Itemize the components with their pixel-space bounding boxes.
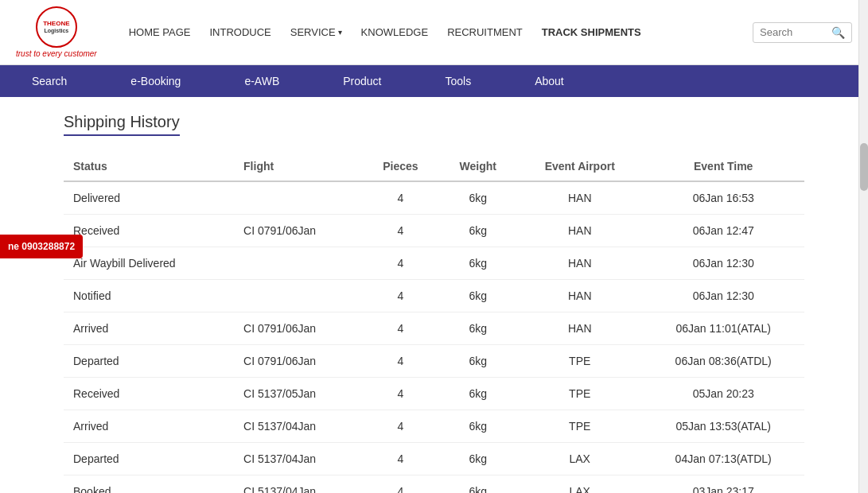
nav-recruitment[interactable]: RECRUITMENT: [447, 26, 523, 38]
sub-navigation: Search e-Booking e-AWB Product Tools Abo…: [0, 65, 868, 97]
cell-pieces: 4: [362, 476, 438, 494]
search-icon: 🔍: [831, 26, 845, 39]
col-pieces: Pieces: [362, 152, 438, 181]
sub-nav-search[interactable]: Search: [0, 65, 99, 97]
cell-weight: 6kg: [438, 280, 517, 312]
nav-knowledge[interactable]: KNOWLEDGE: [361, 26, 429, 38]
cell-airport: HAN: [517, 215, 642, 247]
cell-time: 06Jan 12:30: [642, 247, 804, 280]
cell-flight: CI 0791/06Jan: [234, 345, 362, 378]
shipping-table: Status Flight Pieces Weight Event Airpor…: [64, 152, 804, 493]
cell-status: Air Waybill Delivered: [64, 247, 234, 280]
cell-pieces: 4: [362, 280, 438, 312]
top-navigation: THEONE Logistics trust to every customer…: [0, 0, 868, 65]
sub-nav-tools[interactable]: Tools: [413, 65, 503, 97]
cell-airport: HAN: [517, 280, 642, 312]
cell-flight: CI 5137/05Jan: [234, 378, 362, 410]
cell-status: Departed: [64, 443, 234, 476]
nav-introduce[interactable]: INTRODUCE: [209, 26, 271, 38]
scrollbar[interactable]: [858, 0, 868, 493]
sub-nav-eawb[interactable]: e-AWB: [212, 65, 311, 97]
cell-flight: [234, 181, 362, 215]
col-time: Event Time: [642, 152, 804, 181]
cell-flight: CI 0791/06Jan: [234, 312, 362, 345]
col-flight: Flight: [234, 152, 362, 181]
sub-nav-product[interactable]: Product: [311, 65, 413, 97]
logo-text: THEONE Logistics: [43, 20, 69, 34]
logo-name-line2: Logistics: [43, 28, 69, 34]
cell-time: 06Jan 16:53: [642, 181, 804, 215]
cell-weight: 6kg: [438, 247, 517, 280]
cell-weight: 6kg: [438, 345, 517, 378]
logo-name-line1: THEONE: [43, 20, 69, 28]
table-row: Received CI 0791/06Jan 4 6kg HAN 06Jan 1…: [64, 215, 804, 247]
cell-time: 05Jan 20:23: [642, 378, 804, 410]
cell-airport: HAN: [517, 312, 642, 345]
cell-pieces: 4: [362, 443, 438, 476]
page-title: Shipping History: [64, 113, 180, 136]
nav-track-shipments[interactable]: TRACK SHIPMENTS: [542, 26, 641, 38]
cell-pieces: 4: [362, 345, 438, 378]
cell-airport: HAN: [517, 247, 642, 280]
cell-airport: LAX: [517, 443, 642, 476]
cell-time: 05Jan 13:53(ATAL): [642, 410, 804, 443]
cell-status: Delivered: [64, 181, 234, 215]
cell-time: 06Jan 08:36(ATDL): [642, 345, 804, 378]
cell-time: 06Jan 12:30: [642, 280, 804, 312]
cell-airport: TPE: [517, 410, 642, 443]
cell-weight: 6kg: [438, 181, 517, 215]
cell-weight: 6kg: [438, 410, 517, 443]
logo-circle: THEONE Logistics: [36, 6, 77, 48]
table-row: Notified 4 6kg HAN 06Jan 12:30: [64, 280, 804, 312]
cell-airport: LAX: [517, 476, 642, 494]
logo-tagline: trust to every customer: [16, 49, 97, 58]
cell-weight: 6kg: [438, 443, 517, 476]
table-row: Arrived CI 0791/06Jan 4 6kg HAN 06Jan 11…: [64, 312, 804, 345]
cell-pieces: 4: [362, 312, 438, 345]
service-chevron-icon: ▾: [338, 28, 342, 37]
cell-time: 03Jan 23:17: [642, 476, 804, 494]
table-row: Departed CI 5137/04Jan 4 6kg LAX 04Jan 0…: [64, 443, 804, 476]
logo-area[interactable]: THEONE Logistics trust to every customer: [16, 6, 97, 58]
cell-pieces: 4: [362, 181, 438, 215]
top-nav-links: HOME PAGE INTRODUCE SERVICE ▾ KNOWLEDGE …: [129, 26, 740, 38]
table-row: Arrived CI 5137/04Jan 4 6kg TPE 05Jan 13…: [64, 410, 804, 443]
scroll-thumb[interactable]: [860, 143, 868, 191]
cell-flight: [234, 247, 362, 280]
main-content: Shipping History Status Flight Pieces We…: [0, 97, 868, 493]
phone-number: ne 0903288872: [8, 241, 75, 252]
table-row: Booked CI 5137/04Jan 4 6kg LAX 03Jan 23:…: [64, 476, 804, 494]
col-weight: Weight: [438, 152, 517, 181]
cell-weight: 6kg: [438, 378, 517, 410]
cell-airport: HAN: [517, 181, 642, 215]
nav-service[interactable]: SERVICE ▾: [290, 26, 342, 38]
table-header-row: Status Flight Pieces Weight Event Airpor…: [64, 152, 804, 181]
cell-status: Received: [64, 215, 234, 247]
search-area[interactable]: 🔍: [753, 22, 852, 43]
cell-flight: CI 5137/04Jan: [234, 410, 362, 443]
cell-weight: 6kg: [438, 476, 517, 494]
nav-home[interactable]: HOME PAGE: [129, 26, 191, 38]
col-airport: Event Airport: [517, 152, 642, 181]
cell-pieces: 4: [362, 378, 438, 410]
cell-weight: 6kg: [438, 215, 517, 247]
table-row: Air Waybill Delivered 4 6kg HAN 06Jan 12…: [64, 247, 804, 280]
table-row: Received CI 5137/05Jan 4 6kg TPE 05Jan 2…: [64, 378, 804, 410]
cell-flight: CI 5137/04Jan: [234, 443, 362, 476]
sub-nav-about[interactable]: About: [503, 65, 596, 97]
cell-status: Notified: [64, 280, 234, 312]
cell-status: Arrived: [64, 312, 234, 345]
cell-airport: TPE: [517, 345, 642, 378]
cell-time: 06Jan 12:47: [642, 215, 804, 247]
cell-flight: CI 5137/04Jan: [234, 476, 362, 494]
sub-nav-ebooking[interactable]: e-Booking: [99, 65, 212, 97]
cell-flight: CI 0791/06Jan: [234, 215, 362, 247]
cell-status: Booked: [64, 476, 234, 494]
cell-flight: [234, 280, 362, 312]
search-input[interactable]: [760, 26, 831, 38]
col-status: Status: [64, 152, 234, 181]
cell-pieces: 4: [362, 247, 438, 280]
table-row: Delivered 4 6kg HAN 06Jan 16:53: [64, 181, 804, 215]
cell-status: Arrived: [64, 410, 234, 443]
phone-button[interactable]: ne 0903288872: [0, 235, 83, 258]
